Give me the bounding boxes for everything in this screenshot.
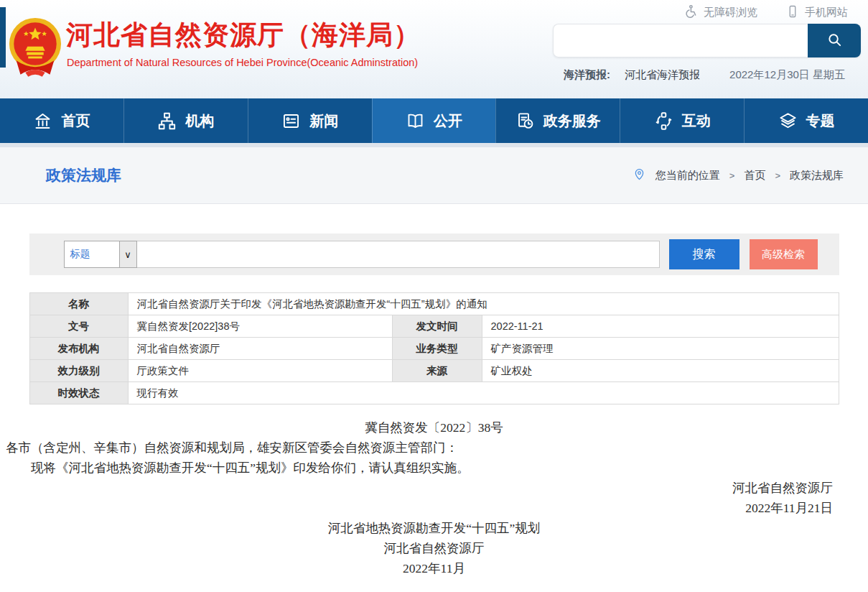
open-book-icon (406, 111, 425, 131)
news-icon (281, 111, 301, 131)
nav-item-news[interactable]: 新闻 (248, 98, 372, 143)
meta-docno-value: 冀自然资发[2022]38号 (128, 315, 392, 338)
meta-issue-label: 发文时间 (392, 315, 482, 338)
search-field-selected-value: 标题 (65, 241, 119, 267)
meta-type-value: 矿产资源管理 (482, 338, 839, 360)
search-button[interactable]: 搜索 (669, 239, 739, 269)
national-emblem-logo (7, 14, 63, 78)
meta-agency-label: 发布机构 (29, 338, 128, 360)
ocean-forecast-row: 海洋预报: 河北省海洋预报 2022年12月30日 星期五 (564, 68, 845, 82)
current-date: 2022年12月30日 星期五 (729, 68, 845, 82)
table-row: 发布机构 河北省自然资源厅 业务类型 矿产资源管理 (29, 338, 839, 360)
plan-agency: 河北省自然资源厅 (0, 538, 868, 558)
breadcrumb: 您当前的位置 > 首页 > 政策法规库 (633, 167, 844, 183)
breadcrumb-location-label: 您当前的位置 (655, 169, 720, 182)
meta-source-label: 来源 (392, 360, 482, 382)
plan-title: 河北省地热资源勘查开发“十四五”规划 (0, 518, 868, 538)
site-subtitle: Department of Natural Resources of Hebei… (67, 57, 418, 68)
page-title: 政策法规库 (46, 165, 121, 185)
doc-signoff-agency: 河北省自然资源厅 (0, 478, 868, 498)
meta-source-value: 矿业权处 (482, 360, 839, 382)
doc-number-line: 冀自然资发〔2022〕38号 (0, 417, 868, 438)
header-search (553, 24, 861, 57)
topics-icon (778, 111, 798, 131)
breadcrumb-separator: > (729, 170, 735, 181)
meta-agency-value: 河北省自然资源厅 (128, 338, 392, 360)
site-title: 河北省自然资源厅（海洋局） (66, 17, 421, 53)
services-icon (515, 111, 535, 131)
meta-name-label: 名称 (29, 293, 128, 315)
home-icon (33, 111, 52, 131)
org-icon (157, 111, 177, 131)
interact-icon (654, 111, 673, 131)
nav-item-public[interactable]: 公开 (372, 98, 496, 143)
table-row: 名称 河北省自然资源厅关于印发《河北省地热资源勘查开发“十四五”规划》的通知 (29, 293, 839, 315)
breadcrumb-separator: > (775, 170, 780, 181)
accessibility-icon (683, 4, 698, 21)
meta-status-value: 现行有效 (128, 382, 839, 404)
chevron-down-icon: ∨ (119, 241, 136, 267)
main-nav: 首页 机构 新闻 公开 政务服务 互动 专题 (0, 98, 868, 143)
doc-search-bar: 标题 ∨ 搜索 高级检索 (29, 233, 839, 275)
mobile-site-label: 手机网站 (805, 6, 848, 19)
meta-name-value: 河北省自然资源厅关于印发《河北省地热资源勘查开发“十四五”规划》的通知 (128, 293, 839, 315)
header-quick-links: 无障碍浏览 手机网站 (683, 4, 848, 21)
meta-type-label: 业务类型 (392, 338, 482, 360)
meta-issue-value: 2022-11-21 (482, 315, 839, 338)
doc-salutation: 各市（含定州、辛集市）自然资源和规划局，雄安新区管委会自然资源主管部门： (0, 438, 868, 458)
table-row: 时效状态 现行有效 (29, 382, 839, 404)
nav-item-home[interactable]: 首页 (0, 98, 123, 143)
advanced-search-button[interactable]: 高级检索 (750, 239, 818, 269)
breadcrumb-item-current[interactable]: 政策法规库 (790, 169, 844, 182)
nav-item-label: 专题 (806, 111, 835, 131)
nav-item-label: 首页 (61, 111, 90, 131)
doc-body-paragraph: 现将《河北省地热资源勘查开发“十四五”规划》印发给你们，请认真组织实施。 (0, 458, 868, 478)
breadcrumb-item-home[interactable]: 首页 (744, 169, 765, 182)
table-row: 效力级别 厅政策文件 来源 矿业权处 (29, 360, 839, 382)
forecast-label: 海洋预报: (564, 68, 610, 82)
side-widget-strip (0, 7, 6, 68)
table-row: 文号 冀自然资发[2022]38号 发文时间 2022-11-21 (29, 315, 839, 338)
doc-signoff-date: 2022年11月21日 (0, 498, 868, 518)
accessibility-link[interactable]: 无障碍浏览 (683, 4, 757, 21)
nav-item-label: 政务服务 (543, 111, 601, 131)
search-field-select[interactable]: 标题 ∨ (64, 241, 137, 268)
nav-item-interact[interactable]: 互动 (620, 98, 744, 143)
document-meta-table: 名称 河北省自然资源厅关于印发《河北省地热资源勘查开发“十四五”规划》的通知 文… (29, 292, 839, 404)
header-search-input[interactable] (553, 24, 808, 57)
location-pin-icon (633, 167, 646, 183)
plan-date: 2022年11月 (0, 558, 868, 578)
doc-search-input[interactable] (137, 241, 660, 268)
meta-level-label: 效力级别 (29, 360, 128, 382)
site-header: 河北省自然资源厅（海洋局） Department of Natural Reso… (0, 0, 868, 98)
nav-item-services[interactable]: 政务服务 (495, 98, 620, 143)
mobile-phone-icon (786, 4, 799, 21)
nav-item-org[interactable]: 机构 (123, 98, 248, 143)
search-icon (826, 32, 843, 50)
nav-item-label: 公开 (434, 111, 462, 131)
document-content: 冀自然资发〔2022〕38号 各市（含定州、辛集市）自然资源和规划局，雄安新区管… (0, 417, 868, 578)
forecast-link[interactable]: 河北省海洋预报 (625, 68, 700, 82)
nav-item-topics[interactable]: 专题 (744, 98, 868, 143)
mobile-site-link[interactable]: 手机网站 (786, 4, 848, 21)
nav-item-label: 互动 (682, 111, 711, 131)
nav-item-label: 新闻 (309, 111, 338, 131)
accessibility-label: 无障碍浏览 (704, 6, 757, 19)
meta-docno-label: 文号 (29, 315, 128, 338)
nav-item-label: 机构 (185, 111, 214, 131)
breadcrumb-band: 政策法规库 您当前的位置 > 首页 > 政策法规库 (0, 147, 868, 204)
meta-status-label: 时效状态 (29, 382, 128, 404)
header-search-button[interactable] (808, 24, 861, 57)
meta-level-value: 厅政策文件 (128, 360, 392, 382)
